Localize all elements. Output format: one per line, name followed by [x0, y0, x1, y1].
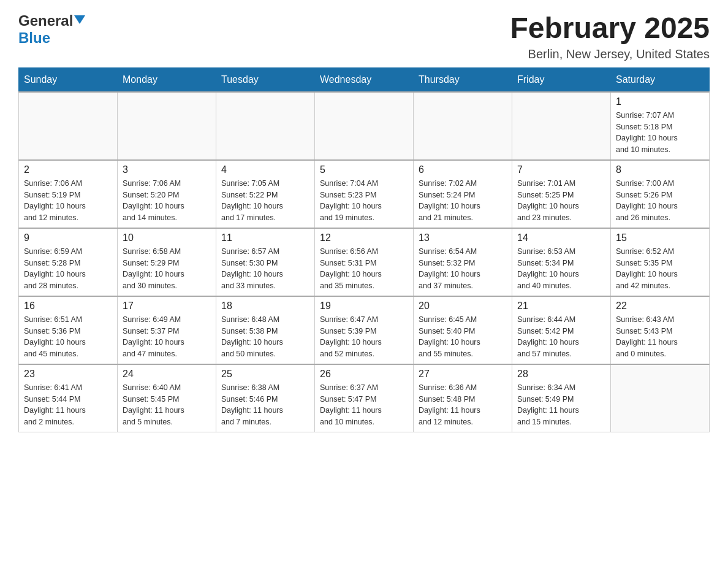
- calendar-cell: 24Sunrise: 6:40 AM Sunset: 5:45 PM Dayli…: [118, 364, 216, 432]
- calendar-cell: [414, 92, 512, 160]
- day-info: Sunrise: 6:54 AM Sunset: 5:32 PM Dayligh…: [419, 246, 507, 292]
- day-header-monday: Monday: [118, 67, 216, 92]
- day-info: Sunrise: 6:57 AM Sunset: 5:30 PM Dayligh…: [221, 246, 309, 292]
- logo-blue-text: Blue: [18, 29, 50, 46]
- day-number: 6: [419, 164, 507, 175]
- calendar-cell: [315, 92, 414, 160]
- calendar-week-row: 23Sunrise: 6:41 AM Sunset: 5:44 PM Dayli…: [19, 364, 710, 432]
- day-header-sunday: Sunday: [19, 67, 118, 92]
- calendar-cell: 23Sunrise: 6:41 AM Sunset: 5:44 PM Dayli…: [19, 364, 118, 432]
- day-number: 24: [123, 369, 211, 380]
- title-block: February 2025 Berlin, New Jersey, United…: [510, 12, 710, 61]
- day-number: 19: [320, 301, 408, 312]
- day-number: 22: [616, 301, 704, 312]
- calendar-cell: 18Sunrise: 6:48 AM Sunset: 5:38 PM Dayli…: [216, 296, 315, 364]
- day-number: 20: [419, 301, 507, 312]
- day-info: Sunrise: 6:44 AM Sunset: 5:42 PM Dayligh…: [517, 314, 605, 360]
- day-number: 13: [419, 232, 507, 243]
- calendar-cell: [19, 92, 118, 160]
- day-info: Sunrise: 7:07 AM Sunset: 5:18 PM Dayligh…: [616, 110, 704, 156]
- day-info: Sunrise: 7:05 AM Sunset: 5:22 PM Dayligh…: [221, 178, 309, 224]
- calendar-cell: 2Sunrise: 7:06 AM Sunset: 5:19 PM Daylig…: [19, 160, 118, 228]
- calendar-week-row: 1Sunrise: 7:07 AM Sunset: 5:18 PM Daylig…: [19, 92, 710, 160]
- calendar-cell: 17Sunrise: 6:49 AM Sunset: 5:37 PM Dayli…: [118, 296, 216, 364]
- calendar-cell: 27Sunrise: 6:36 AM Sunset: 5:48 PM Dayli…: [414, 364, 512, 432]
- calendar-cell: 25Sunrise: 6:38 AM Sunset: 5:46 PM Dayli…: [216, 364, 315, 432]
- page-header: General Blue February 2025 Berlin, New J…: [18, 12, 710, 61]
- day-header-thursday: Thursday: [414, 67, 512, 92]
- calendar-cell: 22Sunrise: 6:43 AM Sunset: 5:43 PM Dayli…: [611, 296, 710, 364]
- calendar-cell: 9Sunrise: 6:59 AM Sunset: 5:28 PM Daylig…: [19, 228, 118, 296]
- calendar-cell: [216, 92, 315, 160]
- day-number: 12: [320, 232, 408, 243]
- logo-triangle-icon: [74, 15, 85, 24]
- calendar-cell: 28Sunrise: 6:34 AM Sunset: 5:49 PM Dayli…: [512, 364, 611, 432]
- day-number: 25: [221, 369, 309, 380]
- day-info: Sunrise: 6:49 AM Sunset: 5:37 PM Dayligh…: [123, 314, 211, 360]
- day-number: 28: [517, 369, 605, 380]
- calendar-cell: 13Sunrise: 6:54 AM Sunset: 5:32 PM Dayli…: [414, 228, 512, 296]
- day-info: Sunrise: 6:58 AM Sunset: 5:29 PM Dayligh…: [123, 246, 211, 292]
- calendar-cell: 4Sunrise: 7:05 AM Sunset: 5:22 PM Daylig…: [216, 160, 315, 228]
- calendar-cell: 16Sunrise: 6:51 AM Sunset: 5:36 PM Dayli…: [19, 296, 118, 364]
- day-number: 17: [123, 301, 211, 312]
- calendar-table: SundayMondayTuesdayWednesdayThursdayFrid…: [18, 67, 710, 432]
- calendar-cell: 20Sunrise: 6:45 AM Sunset: 5:40 PM Dayli…: [414, 296, 512, 364]
- day-number: 18: [221, 301, 309, 312]
- day-number: 9: [24, 232, 112, 243]
- day-info: Sunrise: 6:37 AM Sunset: 5:47 PM Dayligh…: [320, 382, 408, 428]
- calendar-cell: 15Sunrise: 6:52 AM Sunset: 5:35 PM Dayli…: [611, 228, 710, 296]
- logo: General Blue: [18, 12, 85, 47]
- day-number: 5: [320, 164, 408, 175]
- calendar-cell: [118, 92, 216, 160]
- day-info: Sunrise: 6:43 AM Sunset: 5:43 PM Dayligh…: [616, 314, 704, 360]
- day-number: 10: [123, 232, 211, 243]
- day-info: Sunrise: 6:41 AM Sunset: 5:44 PM Dayligh…: [24, 382, 112, 428]
- day-info: Sunrise: 6:40 AM Sunset: 5:45 PM Dayligh…: [123, 382, 211, 428]
- day-number: 23: [24, 369, 112, 380]
- day-info: Sunrise: 7:00 AM Sunset: 5:26 PM Dayligh…: [616, 178, 704, 224]
- day-number: 14: [517, 232, 605, 243]
- calendar-cell: 1Sunrise: 7:07 AM Sunset: 5:18 PM Daylig…: [611, 92, 710, 160]
- calendar-cell: 26Sunrise: 6:37 AM Sunset: 5:47 PM Dayli…: [315, 364, 414, 432]
- calendar-cell: [512, 92, 611, 160]
- day-header-friday: Friday: [512, 67, 611, 92]
- calendar-cell: 3Sunrise: 7:06 AM Sunset: 5:20 PM Daylig…: [118, 160, 216, 228]
- day-number: 3: [123, 164, 211, 175]
- calendar-header-row: SundayMondayTuesdayWednesdayThursdayFrid…: [19, 67, 710, 92]
- day-info: Sunrise: 7:06 AM Sunset: 5:19 PM Dayligh…: [24, 178, 112, 224]
- calendar-cell: 11Sunrise: 6:57 AM Sunset: 5:30 PM Dayli…: [216, 228, 315, 296]
- day-number: 7: [517, 164, 605, 175]
- calendar-cell: 10Sunrise: 6:58 AM Sunset: 5:29 PM Dayli…: [118, 228, 216, 296]
- day-number: 1: [616, 96, 704, 107]
- logo-general-text: General: [18, 12, 73, 29]
- calendar-cell: 5Sunrise: 7:04 AM Sunset: 5:23 PM Daylig…: [315, 160, 414, 228]
- calendar-cell: 14Sunrise: 6:53 AM Sunset: 5:34 PM Dayli…: [512, 228, 611, 296]
- location-text: Berlin, New Jersey, United States: [510, 47, 710, 61]
- day-info: Sunrise: 7:01 AM Sunset: 5:25 PM Dayligh…: [517, 178, 605, 224]
- day-number: 26: [320, 369, 408, 380]
- calendar-cell: [611, 364, 710, 432]
- day-info: Sunrise: 6:48 AM Sunset: 5:38 PM Dayligh…: [221, 314, 309, 360]
- calendar-cell: 7Sunrise: 7:01 AM Sunset: 5:25 PM Daylig…: [512, 160, 611, 228]
- month-title: February 2025: [510, 12, 710, 45]
- day-info: Sunrise: 7:04 AM Sunset: 5:23 PM Dayligh…: [320, 178, 408, 224]
- day-info: Sunrise: 6:59 AM Sunset: 5:28 PM Dayligh…: [24, 246, 112, 292]
- day-number: 11: [221, 232, 309, 243]
- calendar-cell: 8Sunrise: 7:00 AM Sunset: 5:26 PM Daylig…: [611, 160, 710, 228]
- calendar-cell: 19Sunrise: 6:47 AM Sunset: 5:39 PM Dayli…: [315, 296, 414, 364]
- day-number: 27: [419, 369, 507, 380]
- calendar-week-row: 16Sunrise: 6:51 AM Sunset: 5:36 PM Dayli…: [19, 296, 710, 364]
- day-info: Sunrise: 7:02 AM Sunset: 5:24 PM Dayligh…: [419, 178, 507, 224]
- day-info: Sunrise: 6:36 AM Sunset: 5:48 PM Dayligh…: [419, 382, 507, 428]
- day-info: Sunrise: 6:51 AM Sunset: 5:36 PM Dayligh…: [24, 314, 112, 360]
- calendar-cell: 12Sunrise: 6:56 AM Sunset: 5:31 PM Dayli…: [315, 228, 414, 296]
- day-info: Sunrise: 6:47 AM Sunset: 5:39 PM Dayligh…: [320, 314, 408, 360]
- day-number: 2: [24, 164, 112, 175]
- day-header-wednesday: Wednesday: [315, 67, 414, 92]
- day-info: Sunrise: 6:52 AM Sunset: 5:35 PM Dayligh…: [616, 246, 704, 292]
- day-info: Sunrise: 6:56 AM Sunset: 5:31 PM Dayligh…: [320, 246, 408, 292]
- day-header-saturday: Saturday: [611, 67, 710, 92]
- day-info: Sunrise: 6:38 AM Sunset: 5:46 PM Dayligh…: [221, 382, 309, 428]
- day-number: 15: [616, 232, 704, 243]
